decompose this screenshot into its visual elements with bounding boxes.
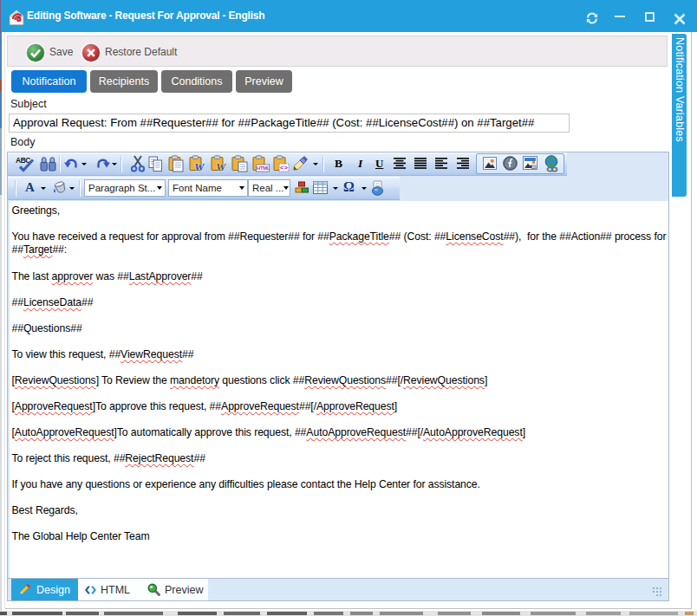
svg-text:<>: <> bbox=[280, 164, 288, 172]
svg-text:HTML: HTML bbox=[257, 165, 270, 171]
svg-text:W: W bbox=[216, 160, 227, 172]
svg-text:W: W bbox=[194, 160, 205, 172]
